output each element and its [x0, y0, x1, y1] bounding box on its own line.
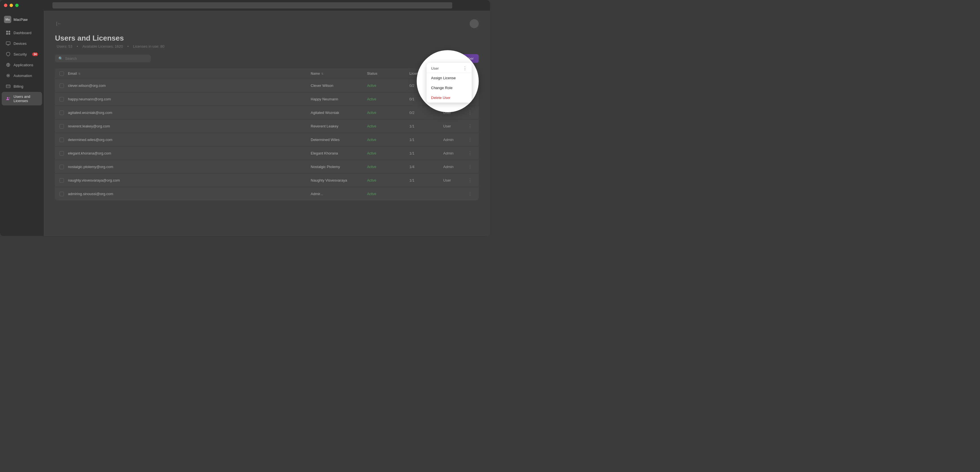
security-badge: 34	[32, 52, 38, 56]
sidebar-item-users-licenses[interactable]: Users and Licenses	[2, 92, 42, 105]
monitor-icon	[6, 41, 11, 46]
sidebar-item-billing[interactable]: Billing	[2, 81, 42, 91]
context-more-button[interactable]: ⋮	[463, 66, 467, 71]
svg-point-13	[7, 97, 8, 99]
sidebar-item-devices[interactable]: Devices	[2, 38, 42, 49]
sidebar-item-applications-label: Applications	[14, 63, 33, 67]
svg-rect-11	[6, 85, 10, 88]
sidebar-item-dashboard[interactable]: Dashboard	[2, 28, 42, 38]
sidebar-nav: Dashboard Devices	[0, 28, 44, 233]
sidebar-item-security[interactable]: Security 34	[2, 49, 42, 59]
address-bar	[52, 2, 452, 8]
sidebar-item-users-licenses-label: Users and Licenses	[14, 94, 38, 103]
context-menu: User ⋮ Assign License Change Role Delete…	[426, 63, 472, 103]
svg-rect-2	[6, 33, 8, 35]
context-menu-header: User ⋮	[426, 63, 472, 73]
brand-name: MacPaw	[14, 17, 28, 22]
close-button[interactable]	[4, 4, 7, 7]
shield-icon	[6, 52, 11, 57]
traffic-lights	[4, 4, 19, 7]
brand-avatar: Ma	[4, 16, 11, 23]
sidebar-item-automation[interactable]: Automation	[2, 70, 42, 81]
brand: Ma MacPaw	[0, 14, 44, 28]
sidebar-item-devices-label: Devices	[14, 41, 27, 46]
context-assign-license[interactable]: Assign License	[426, 73, 472, 83]
sidebar: Ma MacPaw Dashboard	[0, 11, 44, 236]
context-change-role[interactable]: Change Role	[426, 83, 472, 93]
context-role-label: User	[431, 66, 439, 70]
sidebar-item-billing-label: Billing	[14, 84, 24, 89]
svg-point-10	[8, 75, 9, 76]
minimize-button[interactable]	[10, 4, 13, 7]
context-delete-user[interactable]: Delete User	[426, 93, 472, 103]
sidebar-item-applications[interactable]: Applications	[2, 60, 42, 70]
sidebar-item-security-label: Security	[14, 52, 27, 56]
grid-icon	[6, 30, 11, 35]
users-icon	[6, 96, 11, 101]
svg-rect-0	[6, 31, 8, 32]
globe-icon	[6, 62, 11, 67]
app-window: Ma MacPaw Dashboard	[0, 0, 490, 236]
sidebar-item-automation-label: Automation	[14, 73, 32, 78]
context-overlay	[44, 11, 490, 236]
main-content: |← Users and Licenses Users: 53 • Availa…	[44, 11, 490, 236]
automation-icon	[6, 73, 11, 78]
svg-rect-1	[8, 31, 10, 32]
sidebar-item-dashboard-label: Dashboard	[14, 31, 32, 35]
svg-point-14	[9, 97, 10, 99]
titlebar	[0, 0, 490, 11]
billing-icon	[6, 84, 11, 89]
fullscreen-button[interactable]	[15, 4, 19, 7]
svg-rect-3	[8, 33, 10, 35]
svg-rect-4	[6, 42, 10, 44]
app-body: Ma MacPaw Dashboard	[0, 11, 490, 236]
